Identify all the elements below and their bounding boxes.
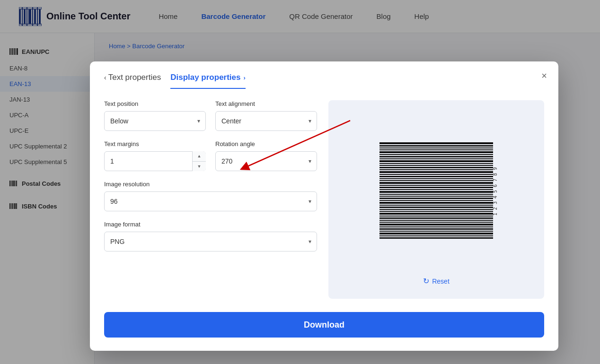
text-alignment-select-wrapper: Center Left Right [215,111,317,131]
text-position-group: Text position Below Above None [104,100,206,131]
image-format-select-wrapper: PNG JPEG SVG BMP [104,232,317,251]
image-format-group: Image format PNG JPEG SVG BMP [104,221,317,251]
chevron-left-icon: ‹ [104,74,106,81]
svg-rect-31 [379,235,493,236]
text-margins-spinner: ▲ ▼ [192,151,206,171]
svg-rect-72 [379,145,493,147]
text-position-label: Text position [104,100,206,107]
form-row-2: Text margins ▲ ▼ Rotation angle [104,140,317,171]
svg-rect-63 [379,165,493,166]
svg-rect-41 [379,213,493,215]
rotation-angle-label: Rotation angle [215,140,317,147]
svg-rect-42 [379,211,493,212]
rotation-angle-select[interactable]: 0 90 180 270 [215,151,317,171]
barcode-preview: 1 2 3 4 5 6 7 8 9 1 1 2 3 4 5 6 7 8 9 [338,110,535,273]
svg-rect-54 [379,185,493,186]
svg-rect-43 [379,209,493,210]
text-margins-decrement[interactable]: ▼ [193,162,206,172]
svg-text:1 1 2 3 4 5 6 7 8 9: 1 1 2 3 4 5 6 7 8 9 [375,167,376,216]
text-alignment-group: Text alignment Center Left Right [215,100,317,131]
chevron-right-icon: › [244,74,246,81]
svg-rect-34 [379,228,493,230]
svg-rect-35 [379,226,493,227]
svg-rect-38 [379,220,493,221]
svg-rect-36 [379,224,493,225]
svg-rect-65 [379,160,493,162]
svg-rect-46 [379,202,493,204]
svg-rect-61 [379,169,493,170]
svg-rect-62 [379,167,493,168]
reset-icon: ↻ [423,277,429,286]
text-margins-increment[interactable]: ▲ [193,151,206,162]
svg-text:1 2 3 4 5 6 7 8 9: 1 2 3 4 5 6 7 8 9 [493,167,498,215]
form-panel: Text position Below Above None Text alig… [104,100,317,299]
reset-button[interactable]: ↻ Reset [419,273,453,289]
modal-tabs: ‹ Text properties Display properties › [104,73,246,89]
text-position-select[interactable]: Below Above None [104,111,206,131]
svg-rect-49 [379,196,493,197]
svg-rect-58 [379,176,493,177]
barcode-image: 1 2 3 4 5 6 7 8 9 1 1 2 3 4 5 6 7 8 9 [375,125,498,258]
svg-rect-70 [379,149,493,150]
svg-rect-73 [379,142,493,144]
rotation-angle-group: Rotation angle 0 90 180 270 [215,140,317,171]
image-resolution-select[interactable]: 72 96 150 300 [104,191,317,211]
svg-rect-47 [379,200,493,201]
svg-rect-48 [379,198,493,199]
svg-rect-68 [379,154,493,155]
svg-rect-60 [379,171,493,173]
text-margins-input-wrapper: ▲ ▼ [104,151,206,171]
svg-rect-51 [379,191,493,193]
svg-rect-33 [379,231,493,232]
svg-rect-55 [379,182,493,184]
text-margins-input[interactable] [104,151,206,171]
svg-rect-56 [379,180,493,181]
tab-text-properties[interactable]: ‹ Text properties [104,73,161,89]
image-resolution-group: Image resolution 72 96 150 300 [104,181,317,211]
image-resolution-select-wrapper: 72 96 150 300 [104,191,317,211]
svg-rect-39 [379,217,493,219]
svg-rect-50 [379,194,493,195]
modal-close-button[interactable]: × [541,71,547,80]
download-section: Download [90,312,558,351]
modal-dialog: ‹ Text properties Display properties › ×… [90,61,558,351]
tab-display-properties[interactable]: Display properties › [170,73,246,89]
svg-rect-64 [379,163,493,164]
download-button[interactable]: Download [104,312,544,338]
modal-body: Text position Below Above None Text alig… [90,89,558,312]
text-margins-label: Text margins [104,140,206,147]
text-margins-group: Text margins ▲ ▼ [104,140,206,171]
svg-rect-57 [379,178,493,179]
svg-rect-59 [379,174,493,175]
text-alignment-label: Text alignment [215,100,317,107]
form-row-3: Image resolution 72 96 150 300 [104,181,317,211]
rotation-angle-select-wrapper: 0 90 180 270 [215,151,317,171]
form-row-4: Image format PNG JPEG SVG BMP [104,221,317,251]
image-resolution-label: Image resolution [104,181,317,188]
svg-rect-67 [379,156,493,157]
image-format-select[interactable]: PNG JPEG SVG BMP [104,232,317,251]
text-position-select-wrapper: Below Above None [104,111,206,131]
modal-header: ‹ Text properties Display properties › × [90,61,558,89]
svg-rect-66 [379,158,493,159]
image-format-label: Image format [104,221,317,228]
svg-rect-44 [379,207,493,208]
svg-rect-30 [379,237,493,239]
form-row-1: Text position Below Above None Text alig… [104,100,317,131]
text-alignment-select[interactable]: Center Left Right [215,111,317,131]
svg-rect-32 [379,233,493,234]
svg-rect-69 [379,151,493,153]
svg-rect-52 [379,189,493,190]
preview-panel: 1 2 3 4 5 6 7 8 9 1 1 2 3 4 5 6 7 8 9 ↻ … [328,100,544,299]
svg-rect-37 [379,222,493,223]
svg-rect-45 [379,205,493,206]
svg-rect-53 [379,187,493,188]
svg-rect-40 [379,216,493,217]
svg-rect-71 [379,147,493,148]
